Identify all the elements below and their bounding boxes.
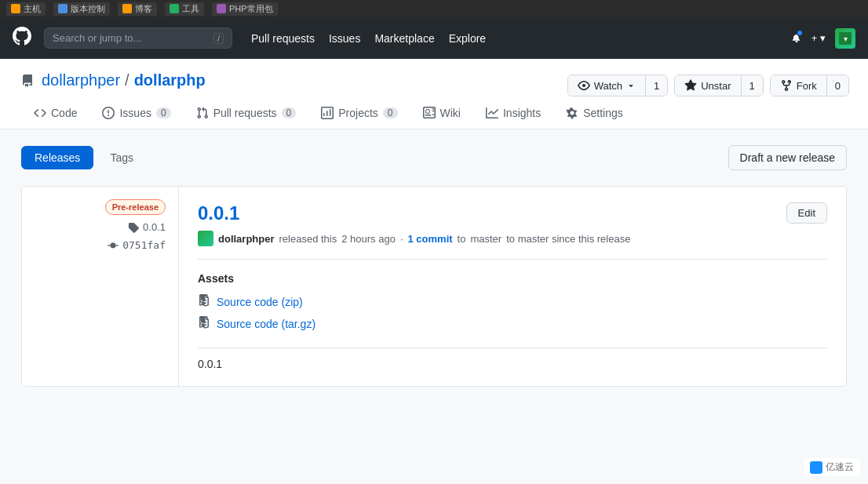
repo-name-link[interactable]: dollarphp bbox=[134, 71, 206, 89]
bookmark-icon-blog bbox=[122, 4, 132, 13]
github-logo[interactable] bbox=[13, 27, 31, 50]
release-version-link[interactable]: 0.0.1 bbox=[198, 202, 239, 224]
fork-button[interactable]: Fork bbox=[771, 75, 826, 96]
topnav-issues[interactable]: Issues bbox=[329, 32, 360, 45]
tab-pull-requests[interactable]: Pull requests 0 bbox=[184, 99, 309, 129]
repo-owner-link[interactable]: dollarphper bbox=[42, 71, 120, 89]
release-subtabs: Releases Tags Draft a new release bbox=[21, 145, 847, 170]
zip-file-icon bbox=[198, 294, 210, 310]
create-new-button[interactable]: + ▾ bbox=[811, 32, 826, 44]
tags-tab-button[interactable]: Tags bbox=[97, 146, 147, 169]
release-main-content: 0.0.1 Edit dollarphper released this 2 h… bbox=[179, 187, 846, 386]
watch-button-group: Watch 1 bbox=[567, 75, 669, 96]
unstar-count[interactable]: 1 bbox=[741, 75, 763, 96]
pre-release-badge: Pre-release bbox=[105, 199, 166, 215]
unstar-button-group: Unstar 1 bbox=[674, 75, 764, 96]
user-avatar-menu[interactable]: ▾ bbox=[835, 28, 855, 49]
draft-new-release-button[interactable]: Draft a new release bbox=[728, 145, 847, 170]
notification-dot bbox=[797, 30, 803, 36]
bookmark-icon-host bbox=[11, 4, 20, 13]
fork-button-group: Fork 0 bbox=[770, 75, 849, 96]
bookmark-icon-tools bbox=[170, 4, 179, 13]
bookmark-version[interactable]: 版本控制 bbox=[53, 2, 110, 16]
tab-settings[interactable]: Settings bbox=[553, 99, 636, 129]
browser-bookmarks-bar: 主机 版本控制 博客 工具 PHP常用包 bbox=[0, 0, 868, 17]
release-sidebar: Pre-release 0.0.1 0751faf bbox=[22, 187, 179, 386]
targz-file-icon bbox=[198, 316, 210, 332]
author-link[interactable]: dollarphper bbox=[218, 233, 275, 245]
repo-tabs: Code Issues 0 Pull requests 0 Projects 0… bbox=[21, 99, 847, 129]
release-commit-label: 0751faf bbox=[108, 239, 166, 251]
edit-release-button[interactable]: Edit bbox=[786, 202, 827, 224]
topnav-right: + ▾ ▾ bbox=[791, 28, 855, 49]
topnav-marketplace[interactable]: Marketplace bbox=[374, 32, 434, 45]
tab-insights[interactable]: Insights bbox=[473, 99, 553, 129]
topnav-explore[interactable]: Explore bbox=[449, 32, 486, 45]
page-content: Releases Tags Draft a new release Pre-re… bbox=[2, 145, 866, 387]
source-code-zip-link[interactable]: Source code (zip) bbox=[198, 291, 827, 313]
author-avatar bbox=[198, 231, 213, 246]
tab-projects[interactable]: Projects 0 bbox=[308, 99, 410, 129]
source-code-targz-link[interactable]: Source code (tar.gz) bbox=[198, 313, 827, 335]
tab-code[interactable]: Code bbox=[21, 99, 89, 129]
bookmark-blog[interactable]: 博客 bbox=[118, 2, 157, 16]
bookmark-icon-php bbox=[217, 4, 226, 13]
bookmark-php[interactable]: PHP常用包 bbox=[212, 2, 278, 16]
assets-section-title: Assets bbox=[198, 259, 827, 285]
unstar-button[interactable]: Unstar bbox=[675, 75, 740, 96]
topnav-pull-requests[interactable]: Pull requests bbox=[251, 32, 315, 45]
bookmark-icon-version bbox=[58, 4, 67, 13]
search-slash-hint: / bbox=[213, 33, 224, 44]
release-body: 0.0.1 bbox=[198, 348, 827, 370]
release-item: Pre-release 0.0.1 0751faf 0.0.1 Edit dol… bbox=[21, 186, 847, 387]
svg-text:▾: ▾ bbox=[844, 35, 848, 43]
topnav-links: Pull requests Issues Marketplace Explore bbox=[251, 32, 486, 45]
releases-tab-button[interactable]: Releases bbox=[21, 146, 93, 169]
commits-link[interactable]: 1 commit bbox=[408, 233, 453, 245]
github-topnav: Search or jump to... / Pull requests Iss… bbox=[0, 17, 868, 59]
notifications-bell[interactable] bbox=[791, 31, 802, 46]
repo-header: dollarphper / dollarphp Watch 1 Unstar 1 bbox=[0, 59, 868, 129]
search-box[interactable]: Search or jump to... / bbox=[44, 27, 232, 49]
fork-count[interactable]: 0 bbox=[826, 75, 848, 96]
bookmark-tools[interactable]: 工具 bbox=[165, 2, 204, 16]
bookmark-host[interactable]: 主机 bbox=[6, 2, 46, 16]
watch-button[interactable]: Watch bbox=[568, 75, 645, 96]
repo-action-buttons: Watch 1 Unstar 1 Fork 0 bbox=[567, 75, 849, 96]
watch-count[interactable]: 1 bbox=[645, 75, 667, 96]
tab-issues[interactable]: Issues 0 bbox=[89, 99, 183, 129]
release-meta: dollarphper released this 2 hours ago · … bbox=[198, 231, 827, 246]
release-tag-label: 0.0.1 bbox=[128, 221, 166, 233]
tab-wiki[interactable]: Wiki bbox=[410, 99, 473, 129]
